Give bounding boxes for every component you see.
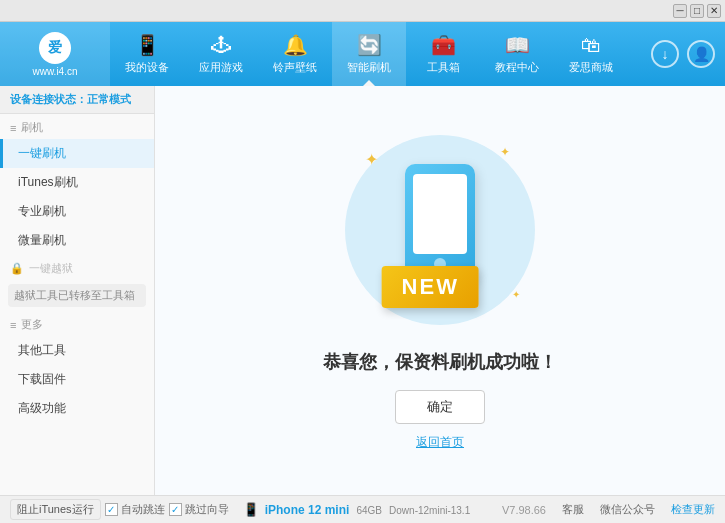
back-home-link[interactable]: 返回首页 (416, 434, 464, 451)
toolbox-label: 工具箱 (427, 60, 460, 75)
jailbreak-info-box: 越狱工具已转移至工具箱 (8, 284, 146, 307)
nav-items: 📱 我的设备 🕹 应用游戏 🔔 铃声壁纸 🔄 智能刷机 🧰 工具箱 📖 教程中心… (110, 22, 651, 86)
bottom-bar: 阻止iTunes运行 ✓ 自动跳连 ✓ 跳过向导 📱 iPhone 12 min… (0, 495, 725, 523)
stop-itunes-btn[interactable]: 阻止iTunes运行 (10, 499, 101, 520)
sidebar-item-label: 高级功能 (18, 400, 66, 417)
my-device-icon: 📱 (135, 33, 160, 57)
bottom-left: 阻止iTunes运行 ✓ 自动跳连 ✓ 跳过向导 📱 iPhone 12 min… (10, 499, 502, 520)
apps-games-icon: 🕹 (211, 34, 231, 57)
customer-service-link[interactable]: 客服 (562, 502, 584, 517)
sidebar-item-label: 下载固件 (18, 371, 66, 388)
new-ribbon: NEW (382, 266, 479, 308)
connection-status: 设备连接状态：正常模式 (0, 86, 154, 114)
skip-wizard-checkbox[interactable]: ✓ (169, 503, 182, 516)
user-btn[interactable]: 👤 (687, 40, 715, 68)
phone-screen (413, 174, 467, 254)
stop-itunes-label: 阻止iTunes运行 (17, 502, 94, 517)
section-jailbreak[interactable]: 🔒 一键越狱 (0, 255, 154, 280)
device-storage: 64GB (356, 505, 382, 516)
content-area: ✦ ✦ ✦ NEW 恭喜您，保资料刷机成功啦！ 确定 返回首页 (155, 86, 725, 495)
nav-my-device[interactable]: 📱 我的设备 (110, 22, 184, 86)
maximize-btn[interactable]: □ (690, 4, 704, 18)
sparkle-1: ✦ (365, 150, 378, 169)
bottom-right: V7.98.66 客服 微信公众号 检查更新 (502, 502, 715, 517)
minimize-btn[interactable]: ─ (673, 4, 687, 18)
smart-shop-label: 智能刷机 (347, 60, 391, 75)
nav-shopping[interactable]: 🛍 爱思商城 (554, 22, 628, 86)
sidebar-item-label: 其他工具 (18, 342, 66, 359)
title-bar: ─ □ ✕ (0, 0, 725, 22)
nav-toolbox[interactable]: 🧰 工具箱 (406, 22, 480, 86)
skip-wizard-label: 跳过向导 (185, 502, 229, 517)
ringtone-label: 铃声壁纸 (273, 60, 317, 75)
sidebar-item-advanced[interactable]: 高级功能 (0, 394, 154, 423)
section-jailbreak-label: 一键越狱 (29, 261, 73, 276)
toolbox-icon: 🧰 (431, 33, 456, 57)
lock-icon: 🔒 (10, 262, 24, 275)
sidebar: 设备连接状态：正常模式 ≡ 刷机 一键刷机 iTunes刷机 专业刷机 微量刷机… (0, 86, 155, 495)
checkbox-skip-wizard[interactable]: ✓ 跳过向导 (169, 502, 229, 517)
smart-shop-icon: 🔄 (357, 33, 382, 57)
device-info: 📱 iPhone 12 mini 64GB Down-12mini-13.1 (243, 502, 471, 517)
success-text: 恭喜您，保资料刷机成功啦！ (323, 350, 557, 374)
my-device-label: 我的设备 (125, 60, 169, 75)
confirm-button[interactable]: 确定 (395, 390, 485, 424)
phone-illustration: ✦ ✦ ✦ NEW (340, 130, 540, 330)
sidebar-item-download-firmware[interactable]: 下载固件 (0, 365, 154, 394)
nav-apps-games[interactable]: 🕹 应用游戏 (184, 22, 258, 86)
logo-area[interactable]: 爱 www.i4.cn (0, 22, 110, 86)
section-more-label: 更多 (21, 317, 43, 332)
auto-jump-label: 自动跳连 (121, 502, 165, 517)
section-more[interactable]: ≡ 更多 (0, 311, 154, 336)
checkbox-auto-jump[interactable]: ✓ 自动跳连 (105, 502, 165, 517)
wechat-link[interactable]: 微信公众号 (600, 502, 655, 517)
section-flash[interactable]: ≡ 刷机 (0, 114, 154, 139)
sidebar-item-label: iTunes刷机 (18, 174, 78, 191)
logo-icon: 爱 (39, 32, 71, 64)
nav-tutorial[interactable]: 📖 教程中心 (480, 22, 554, 86)
main-area: 设备连接状态：正常模式 ≡ 刷机 一键刷机 iTunes刷机 专业刷机 微量刷机… (0, 86, 725, 495)
nav-right: ↓ 👤 (651, 40, 725, 68)
check-update-link[interactable]: 检查更新 (671, 502, 715, 517)
sidebar-item-other-tools[interactable]: 其他工具 (0, 336, 154, 365)
shopping-label: 爱思商城 (569, 60, 613, 75)
sidebar-item-itunes-flash[interactable]: iTunes刷机 (0, 168, 154, 197)
status-value: 正常模式 (87, 93, 131, 105)
sidebar-item-pro-flash[interactable]: 专业刷机 (0, 197, 154, 226)
nav-smart-shop[interactable]: 🔄 智能刷机 (332, 22, 406, 86)
nav-ringtone[interactable]: 🔔 铃声壁纸 (258, 22, 332, 86)
sidebar-item-label: 微量刷机 (18, 232, 66, 249)
tutorial-icon: 📖 (505, 33, 530, 57)
device-firmware: Down-12mini-13.1 (389, 505, 470, 516)
version-label: V7.98.66 (502, 504, 546, 516)
tutorial-label: 教程中心 (495, 60, 539, 75)
auto-jump-checkbox[interactable]: ✓ (105, 503, 118, 516)
shopping-icon: 🛍 (581, 34, 601, 57)
device-name: iPhone 12 mini (265, 503, 350, 517)
device-icon: 📱 (243, 502, 259, 517)
sparkle-2: ✦ (500, 145, 510, 159)
apps-games-label: 应用游戏 (199, 60, 243, 75)
section-flash-label: 刷机 (21, 120, 43, 135)
section-more-icon: ≡ (10, 319, 16, 331)
sidebar-item-one-key-flash[interactable]: 一键刷机 (0, 139, 154, 168)
sidebar-item-micro-flash[interactable]: 微量刷机 (0, 226, 154, 255)
download-btn[interactable]: ↓ (651, 40, 679, 68)
top-nav: 爱 www.i4.cn 📱 我的设备 🕹 应用游戏 🔔 铃声壁纸 🔄 智能刷机 … (0, 22, 725, 86)
sparkle-3: ✦ (512, 289, 520, 300)
status-label: 设备连接状态： (10, 93, 87, 105)
ringtone-icon: 🔔 (283, 33, 308, 57)
sidebar-item-label: 一键刷机 (18, 145, 66, 162)
sidebar-item-label: 专业刷机 (18, 203, 66, 220)
logo-site: www.i4.cn (32, 66, 77, 77)
close-btn[interactable]: ✕ (707, 4, 721, 18)
section-flash-icon: ≡ (10, 122, 16, 134)
